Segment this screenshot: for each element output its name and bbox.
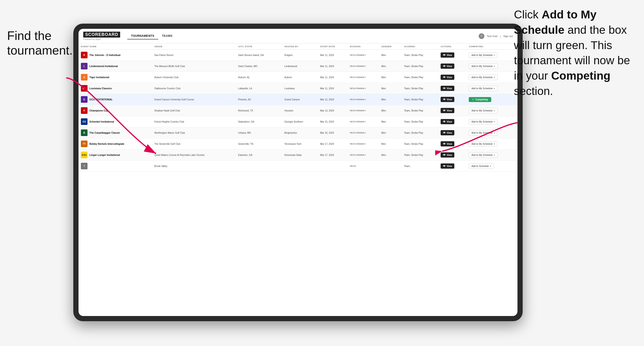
city-state-text: Lafayette, LA xyxy=(238,87,252,90)
division-cell: NCAA Division I xyxy=(348,127,379,138)
venue-cell: Sea Palms Resort xyxy=(152,50,236,61)
scoring-cell: Team, Stroke Play xyxy=(402,94,438,105)
start-date-cell xyxy=(318,161,348,172)
gender-cell: Men xyxy=(379,127,402,138)
city-state-text: Statesboro, GA xyxy=(238,120,254,123)
division-cell: NCAA xyxy=(348,161,379,172)
plus-icon: + xyxy=(494,143,495,145)
hosted-by-cell: Rutgers xyxy=(282,50,318,61)
add-to-schedule-button[interactable]: Add to My Schedule + xyxy=(469,141,497,147)
view-button[interactable]: 👁 View xyxy=(440,86,454,91)
start-date-text: Mar 12, 2024 xyxy=(320,98,334,101)
view-button[interactable]: 👁 View xyxy=(440,63,454,69)
hosted-by-cell: Georgia Southern xyxy=(282,116,318,127)
add-to-schedule-button[interactable]: Add to My Schedule + xyxy=(469,108,497,113)
scoring-cell: Team, Stroke Play xyxy=(402,83,438,94)
scoring-cell: Team, Stroke Play xyxy=(402,61,438,72)
event-name: Tiger Invitational xyxy=(90,76,109,79)
tab-teams[interactable]: TEAMS xyxy=(158,33,176,39)
add-to-schedule-button[interactable]: Add to My Schedule + xyxy=(469,52,497,58)
event-name-cell: H Champions Cup xyxy=(78,105,152,116)
col-start-date: START DATE xyxy=(318,43,348,50)
gender-text: Men xyxy=(381,120,386,123)
venue-cell: Shadow Hawk Golf Club xyxy=(152,105,236,116)
start-date-text: Mar 17, 2024 xyxy=(320,143,334,145)
venue-cell: Oakbourne Country Club xyxy=(152,83,236,94)
city-state-cell: Richmond, TX xyxy=(236,105,282,116)
division-text: NCAA Division I xyxy=(350,131,366,134)
app-logo-sub: Powered by clippd xyxy=(83,38,120,40)
gender-text: Men xyxy=(381,54,386,56)
competing-button[interactable]: ✓ Competing xyxy=(469,97,491,102)
start-date-cell: Mar 11, 2024 xyxy=(318,72,348,83)
view-button[interactable]: 👁 View xyxy=(440,141,454,147)
event-name-cell: KSU Linger Longer Invitational xyxy=(78,150,152,161)
start-date-cell: Mar 16, 2024 xyxy=(318,127,348,138)
checkmark-icon: ✓ xyxy=(472,98,474,101)
event-name: The Johnnie - O Individual xyxy=(90,54,120,56)
eye-icon: 👁 xyxy=(443,154,446,156)
actions-cell: 👁 View xyxy=(438,161,466,172)
city-state-cell: Urbana, MD xyxy=(236,127,282,138)
start-date-text: Mar 11, 2024 xyxy=(320,65,334,68)
col-actions: ACTIONS xyxy=(438,43,466,50)
division-cell: NCAA Division I xyxy=(348,72,379,83)
division-cell: NCAA Division I xyxy=(348,83,379,94)
gender-text: Men xyxy=(381,87,386,90)
start-date-text: Mar 11, 2024 xyxy=(320,54,334,56)
hosted-by-text: Kennesaw State xyxy=(284,154,302,156)
scoring-text: Team, Stroke Play xyxy=(404,143,423,145)
city-state-text: Saint Charles, MO xyxy=(238,65,258,68)
venue-text: The Missouri Bluffs Golf Club xyxy=(154,65,185,68)
view-button[interactable]: 👁 View xyxy=(440,75,454,80)
view-button[interactable]: 👁 View xyxy=(440,119,454,124)
division-text: NCAA Division I xyxy=(350,54,366,56)
scoring-text: Team, Stroke Play xyxy=(404,54,423,56)
plus-icon: + xyxy=(494,54,495,56)
view-button[interactable]: 👁 View xyxy=(440,97,454,102)
view-button[interactable]: 👁 View xyxy=(440,130,454,135)
city-state-cell xyxy=(236,161,282,172)
add-to-schedule-button[interactable]: Add to Schedule + xyxy=(469,164,494,169)
city-state-text: Saint Simons Island, GA xyxy=(238,54,264,56)
actions-cell: 👁 View xyxy=(438,83,466,94)
add-to-schedule-button[interactable]: Add to My Schedule + xyxy=(469,86,497,91)
view-button[interactable]: 👁 View xyxy=(440,164,454,169)
sign-out-link[interactable]: Sign out xyxy=(503,35,513,37)
competing-cell: Add to My Schedule + xyxy=(466,150,518,161)
start-date-cell: Mar 17, 2024 xyxy=(318,138,348,150)
view-button[interactable]: 👁 View xyxy=(440,108,454,113)
tab-tournaments[interactable]: TOURNAMENTS xyxy=(127,33,158,39)
add-to-schedule-button[interactable]: Add to My Schedule + xyxy=(469,75,497,80)
col-division: DIVISION xyxy=(348,43,379,50)
add-to-schedule-button[interactable]: Add to My Schedule + xyxy=(469,152,497,158)
hosted-by-text: Louisiana xyxy=(284,87,295,90)
venue-cell: Grand Canyon University Golf Course xyxy=(152,94,236,105)
competing-cell: ✓ Competing xyxy=(466,94,518,105)
add-to-schedule-button[interactable]: Add to My Schedule + xyxy=(469,63,497,69)
nav-tabs: TOURNAMENTS TEAMS xyxy=(127,33,176,39)
add-to-schedule-button[interactable]: Add to My Schedule + xyxy=(469,130,497,136)
event-name-cell: ? xyxy=(78,161,152,172)
view-button[interactable]: 👁 View xyxy=(440,152,454,158)
view-button[interactable]: 👁 View xyxy=(440,52,454,58)
city-state-text: Urbana, MD xyxy=(238,132,251,134)
competing-cell: Add to My Schedule + xyxy=(466,127,518,138)
venue-text: Sea Palms Resort xyxy=(154,54,173,56)
division-cell: NCAA Division I xyxy=(348,116,379,127)
start-date-text: Mar 15, 2024 xyxy=(320,120,334,123)
gender-text: Men xyxy=(381,143,386,145)
actions-cell: 👁 View xyxy=(438,50,466,61)
competing-cell: Add to My Schedule + xyxy=(466,83,518,94)
event-name-cell: R The Johnnie - O Individual xyxy=(78,50,152,61)
venue-cell: Brook Valley xyxy=(152,161,236,172)
gender-cell: Men xyxy=(379,138,402,150)
add-to-schedule-button[interactable]: Add to My Schedule + xyxy=(469,119,497,125)
table-row: UL Louisiana Classics Oakbourne Country … xyxy=(78,83,518,94)
city-state-text: Eatonton, GA xyxy=(238,154,252,156)
scoring-text: Team, Stroke Play xyxy=(404,98,423,101)
plus-icon: + xyxy=(494,109,495,112)
event-name: GCU INVITATIONAL xyxy=(90,98,112,101)
hosted-by-cell: Auburn xyxy=(282,72,318,83)
venue-text: Shadow Hawk Golf Club xyxy=(154,109,180,112)
